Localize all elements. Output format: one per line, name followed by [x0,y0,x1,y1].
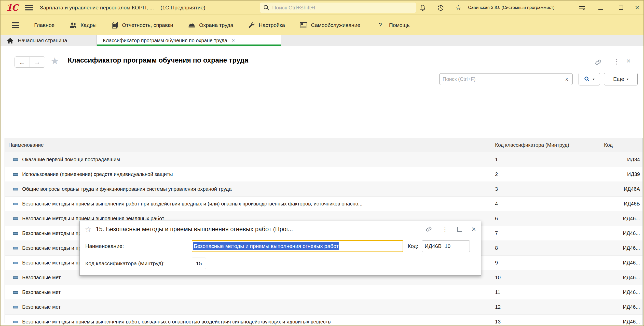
close-form-icon[interactable]: × [626,57,631,65]
documents-icon [111,21,118,29]
close-window-button[interactable]: × [633,4,641,12]
torn-screenshot-edge [1,322,643,326]
row-code: ИД46... [601,211,642,226]
wrench-icon [248,22,255,29]
dialog-favorites-star-icon[interactable]: ☆ [85,225,92,234]
more-button[interactable]: Еще ▾ [604,73,638,85]
dialog-maximize-icon[interactable] [457,227,462,232]
item-edit-dialog: ☆ 15. Безопасные методы и приемы выполне… [79,221,481,276]
code-field-label: Код: [408,243,418,249]
open-windows-tabbar: Начальная страница Классификатор програм… [1,35,643,46]
dialog-title: 15. Безопасные методы и приемы выполнени… [96,226,416,233]
table-row[interactable]: Безопасные методы и приемы выполнения ра… [5,197,642,211]
dialog-more-dots-icon[interactable]: ⋮ [442,225,448,233]
home-icon [7,37,14,44]
page-title: Классификатор программ обучения по охран… [68,56,248,64]
forward-button[interactable]: → [30,57,45,67]
menu-item-otchetnost[interactable]: Отчетность, справки [111,21,173,29]
menu-item-help[interactable]: ? Помощь [379,22,410,29]
sections-panel-icon[interactable] [12,21,19,29]
app-window: 1С Зарплата и управление персоналом КОРП… [0,0,644,326]
add-to-favorites-star-icon[interactable]: ★ [50,55,59,67]
row-code: ИД46Б [601,197,642,211]
tab-classifier[interactable]: Классификатор программ обучения по охран… [97,35,281,46]
notifications-bell-icon[interactable] [419,4,427,12]
find-button[interactable]: ▾ [579,73,600,85]
back-button[interactable]: ← [15,57,30,67]
tab-close-icon[interactable]: × [232,38,235,43]
maximize-button[interactable] [617,4,625,12]
row-code: ИД46... [601,226,642,241]
search-icon [584,76,590,82]
dialog-link-icon[interactable] [425,226,432,233]
catalog-item-icon [13,158,18,161]
menu-item-kadry[interactable]: Кадры [69,22,97,29]
get-link-icon[interactable] [594,58,602,66]
catalog-item-icon [13,276,18,279]
row-code: ИД46... [601,241,642,256]
row-mintrud-code: 6 [492,211,601,226]
row-mintrud-code: 12 [492,300,601,315]
row-code: ИД39 [601,167,642,182]
window-titlebar: 1С Зарплата и управление персоналом КОРП… [1,1,643,15]
table-row[interactable]: Общие вопросы охраны труда и функциониро… [5,182,642,197]
history-icon[interactable] [436,4,445,12]
row-mintrud-code: 1 [492,152,601,167]
column-header-name[interactable]: Наименование [5,138,492,152]
catalog-item-icon [13,232,18,235]
menu-item-ohrana-truda[interactable]: Охрана труда [188,22,233,29]
row-name: Безопасные мет [22,275,61,280]
catalog-item-icon [13,262,18,264]
clear-search-icon[interactable]: x [561,73,572,85]
catalog-item-icon [13,188,18,190]
row-mintrud-code: 9 [492,256,601,270]
tab-home-page[interactable]: Начальная страница [1,35,97,46]
people-icon [69,22,77,29]
dialog-titlebar: ☆ 15. Безопасные методы и приемы выполне… [80,221,481,237]
row-mintrud-code: 11 [492,285,601,300]
catalog-item-icon [13,173,18,176]
list-search-input[interactable]: Поиск (Ctrl+F) x [439,73,573,85]
global-search-input[interactable]: Поиск Ctrl+Shift+F [260,3,416,13]
main-menu-icon[interactable] [25,4,33,12]
service-menu-icon[interactable] [578,4,586,12]
table-header-row: Наименование Код классификатора (Минтруд… [5,138,642,152]
search-icon [263,4,270,11]
menu-item-nastroika[interactable]: Настройка [248,22,285,29]
form-content: ← → ★ Классификатор программ обучения по… [1,46,643,325]
app-title: Зарплата и управление персоналом КОРП, .… [40,5,154,11]
name-input[interactable]: Безопасные методы и приемы выполнения ог… [192,240,403,252]
current-user[interactable]: Савинская З.Ю. (Системный программист) [468,1,555,15]
dialog-close-icon[interactable]: × [471,225,476,233]
row-mintrud-code: 8 [492,241,601,256]
mintrud-input[interactable]: 15 [192,258,206,269]
catalog-item-icon [13,203,18,205]
help-question-icon: ? [379,22,382,29]
row-mintrud-code: 7 [492,226,601,241]
table-row[interactable]: Безопасные мет 11 ИД46... [5,285,642,300]
column-header-mintrud-code[interactable]: Код классификатора (Минтруд) [492,138,601,152]
row-code: ИД34 [601,152,642,167]
table-row[interactable]: Безопасные мет 12 ИД46... [5,300,642,315]
column-header-code[interactable]: Код [601,138,642,152]
section-menubar: Главное Кадры Отчетность, справки Охрана… [1,15,643,35]
app-edition: (1С:Предприятие) [160,5,205,11]
row-code: ИД46... [601,285,642,300]
minimize-button[interactable] [596,4,605,12]
table-row[interactable]: Использование (применение) средств индив… [5,167,642,182]
favorites-star-icon[interactable]: ☆ [454,4,462,12]
table-row[interactable]: Оказание первой помощи пострадавшим 1 ИД… [5,152,642,167]
list-search-placeholder: Поиск (Ctrl+F) [443,76,561,82]
row-name: Использование (применение) средств индив… [22,171,173,177]
more-actions-dots-icon[interactable]: ⋮ [613,57,620,66]
row-name: Оказание первой помощи пострадавшим [22,157,120,162]
catalog-item-icon [13,247,18,249]
code-input[interactable]: ИД46В_10 [422,240,470,252]
row-name: Безопасные методы и приемы выполнения ра… [22,201,362,207]
menu-item-glavnoe[interactable]: Главное [34,22,54,28]
catalog-item-icon [13,291,18,294]
dropdown-caret-icon: ▾ [627,77,628,81]
row-code: ИД46А [601,182,642,197]
helmet-icon [188,22,196,29]
menu-item-samoobsluzhivanie[interactable]: Самообслуживание [300,22,360,28]
